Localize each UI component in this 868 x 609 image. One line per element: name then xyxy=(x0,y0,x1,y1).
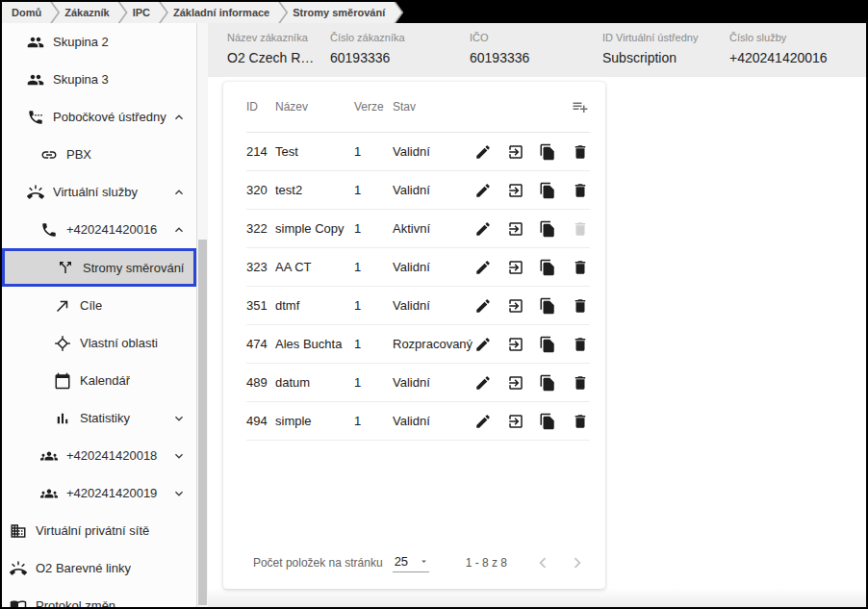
sidebar-item-virtu-ln-priv-tn-s-t[interactable]: Virtuální privátní sítě xyxy=(2,512,196,549)
copy-button[interactable] xyxy=(538,181,557,200)
sidebar-item-pobo-kov-st-edny[interactable]: Pobočkové ústředny xyxy=(2,98,196,136)
body: Skupina 2 Skupina 3 Pobočkové ústředny P… xyxy=(2,23,866,607)
open-detail-button[interactable] xyxy=(506,373,525,393)
sidebar-item-kalend[interactable]: Kalendář xyxy=(2,362,196,399)
copy-button[interactable] xyxy=(538,412,557,431)
edit-button[interactable] xyxy=(473,181,493,200)
info-field-label: ID Virtuální ústředny xyxy=(602,32,729,43)
sidebar-item-label: Protokol změn xyxy=(36,598,115,607)
sidebar-item-pbx[interactable]: PBX xyxy=(2,136,196,173)
sidebar-item-skupina-2[interactable]: Skupina 2 xyxy=(2,23,196,61)
breadcrumb-label: IPC xyxy=(133,7,150,18)
book-icon xyxy=(10,597,27,608)
add-item-button[interactable] xyxy=(571,97,590,116)
edit-button[interactable] xyxy=(473,219,493,239)
cell-version: 1 xyxy=(354,298,393,313)
delete-button[interactable] xyxy=(571,373,590,393)
sidebar-item-statistiky[interactable]: Statistiky xyxy=(2,399,196,437)
sidebar-item-stromy-sm-rov-n[interactable]: Stromy směrování xyxy=(2,248,196,287)
copy-button[interactable] xyxy=(538,296,557,316)
breadcrumb-item-ipc[interactable]: IPC xyxy=(120,2,166,23)
copy-button[interactable] xyxy=(538,219,557,239)
sidebar-item-c-le[interactable]: Cíle xyxy=(2,287,196,324)
column-header-name: Název xyxy=(275,100,354,114)
edit-button[interactable] xyxy=(473,296,493,316)
edit-button[interactable] xyxy=(473,258,493,277)
delete-icon xyxy=(572,220,589,238)
sidebar-item-protokol-zm-n[interactable]: Protokol změn xyxy=(2,587,196,607)
exit-to-app-icon xyxy=(507,297,524,315)
edit-button[interactable] xyxy=(473,142,493,162)
cell-id: 474 xyxy=(246,337,275,351)
breadcrumb-item-z-kazn-k[interactable]: Zákazník xyxy=(52,2,125,23)
call-split-icon xyxy=(57,259,74,276)
open-detail-button[interactable] xyxy=(506,181,525,200)
table-row-494: 494 simple 1 Validní xyxy=(246,402,590,441)
row-actions xyxy=(473,142,590,162)
copy-icon xyxy=(539,374,556,392)
copy-button[interactable] xyxy=(538,373,557,393)
delete-icon xyxy=(572,143,589,161)
open-detail-button[interactable] xyxy=(506,296,525,316)
edit-button[interactable] xyxy=(473,412,493,431)
cell-id: 323 xyxy=(246,260,275,274)
copy-button[interactable] xyxy=(538,258,557,277)
delete-button[interactable] xyxy=(571,335,590,354)
copy-button[interactable] xyxy=(538,335,557,354)
sidebar-item-label: Skupina 3 xyxy=(53,72,109,87)
sidebar-item-420241420016[interactable]: +420241420016 xyxy=(2,211,196,248)
open-detail-button[interactable] xyxy=(506,412,525,431)
edit-button[interactable] xyxy=(473,335,493,354)
open-detail-button[interactable] xyxy=(506,219,525,239)
app-window: Domů Zákazník IPC Základní informace Str… xyxy=(0,0,868,609)
delete-icon xyxy=(572,336,589,353)
open-detail-button[interactable] xyxy=(506,142,525,162)
sidebar-item-label: Statistiky xyxy=(80,411,130,425)
sidebar-item-label: Stromy směrování xyxy=(83,261,184,275)
cell-name: simple xyxy=(275,414,354,428)
delete-button[interactable] xyxy=(571,181,590,200)
settings-phone-icon xyxy=(27,109,44,126)
delete-button[interactable] xyxy=(571,296,590,316)
groups-icon xyxy=(40,485,58,502)
sidebar-item-vlastn-oblasti[interactable]: Vlastní oblasti xyxy=(2,324,196,362)
delete-button[interactable] xyxy=(571,412,590,431)
previous-page-button[interactable] xyxy=(532,552,553,573)
next-page-button[interactable] xyxy=(567,552,588,573)
info-field-i-o: IČO 60193336 xyxy=(470,32,602,77)
open-detail-button[interactable] xyxy=(506,258,525,277)
expand-more-icon xyxy=(171,486,187,501)
edit-icon xyxy=(474,413,492,430)
cell-id: 489 xyxy=(246,375,275,390)
sidebar-item-o2-barevn-linky[interactable]: O2 Barevné linky xyxy=(2,549,196,587)
breadcrumb-item-z-kladn-informace[interactable]: Základní informace xyxy=(161,2,286,23)
copy-button[interactable] xyxy=(538,142,557,162)
sidebar-item-skupina-3[interactable]: Skupina 3 xyxy=(2,61,196,98)
row-actions xyxy=(473,373,590,393)
row-actions xyxy=(473,335,590,354)
sidebar-item-label: Pobočkové ústředny xyxy=(53,110,166,124)
breadcrumb-bar: Domů Zákazník IPC Základní informace Str… xyxy=(2,2,866,23)
sidebar-item-virtu-ln-slu-by[interactable]: Virtuální služby xyxy=(2,173,196,211)
sidebar-item-420241420018[interactable]: +420241420018 xyxy=(2,437,196,474)
page-size-select[interactable]: 25 xyxy=(393,554,429,572)
delete-button[interactable] xyxy=(571,142,590,162)
breadcrumb-item-dom[interactable]: Domů xyxy=(2,2,58,23)
cell-status: Rozpracovaný xyxy=(393,337,473,351)
sidebar-item-420241420019[interactable]: +420241420019 xyxy=(2,474,196,512)
exit-to-app-icon xyxy=(507,182,524,199)
open-detail-button[interactable] xyxy=(506,335,525,354)
delete-button[interactable] xyxy=(571,258,590,277)
row-actions xyxy=(473,258,590,277)
cell-version: 1 xyxy=(354,260,393,274)
delete-icon xyxy=(572,413,589,430)
cell-id: 494 xyxy=(246,414,275,428)
paginator: Počet položek na stránku 25 1 - 8 z 8 xyxy=(246,537,590,589)
scrollbar-thumb[interactable] xyxy=(198,240,207,605)
edit-icon xyxy=(474,182,492,199)
breadcrumb-item-stromy-sm-rov-n[interactable]: Stromy směrování xyxy=(280,2,401,23)
cell-name: Ales Buchta xyxy=(275,337,354,351)
cell-version: 1 xyxy=(354,375,393,390)
edit-button[interactable] xyxy=(473,373,493,393)
info-field-value: O2 Czech Republic … xyxy=(227,50,330,65)
